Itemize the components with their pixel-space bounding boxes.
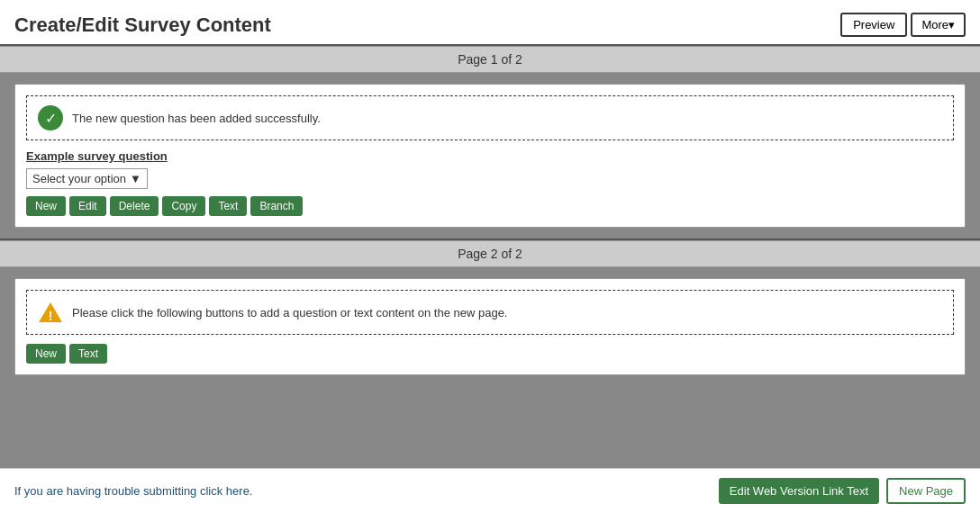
branch-button[interactable]: Branch <box>250 196 303 216</box>
new-button-p1[interactable]: New <box>26 196 66 216</box>
success-alert: ✓ The new question has been added succes… <box>26 95 954 140</box>
trouble-link[interactable]: If you are having trouble submitting cli… <box>14 484 252 498</box>
warning-message: Please click the following buttons to ad… <box>72 306 507 320</box>
select-arrow: ▼ <box>130 172 141 185</box>
page2-section: Page 2 of 2 ! Please click the following… <box>0 240 980 375</box>
select-dropdown[interactable]: Select your option ▼ <box>26 168 148 189</box>
success-icon: ✓ <box>38 105 63 130</box>
select-placeholder: Select your option <box>32 172 126 185</box>
page1-label: Page 1 of 2 <box>0 46 980 73</box>
more-button[interactable]: More▾ <box>911 13 966 37</box>
footer-right-actions: Edit Web Version Link Text New Page <box>719 478 966 504</box>
text-button-p2[interactable]: Text <box>69 344 107 364</box>
question-container: ✓ The new question has been added succes… <box>14 84 966 228</box>
page2-action-buttons: New Text <box>26 344 954 364</box>
new-page-button[interactable]: New Page <box>886 478 966 504</box>
page1-section: Page 1 of 2 ✓ The new question has been … <box>0 46 980 228</box>
svg-text:!: ! <box>49 309 53 323</box>
page-title: Create/Edit Survey Content <box>14 14 271 37</box>
warning-alert: ! Please click the following buttons to … <box>26 290 954 335</box>
question-select: Select your option ▼ <box>26 168 954 189</box>
new-button-p2[interactable]: New <box>26 344 66 364</box>
header-actions: Preview More▾ <box>840 13 966 37</box>
edit-web-button[interactable]: Edit Web Version Link Text <box>719 478 879 504</box>
warning-container: ! Please click the following buttons to … <box>14 278 966 375</box>
page2-label: Page 2 of 2 <box>0 240 980 267</box>
copy-button[interactable]: Copy <box>162 196 205 216</box>
question-action-buttons: New Edit Delete Copy Text Branch <box>26 196 954 216</box>
delete-button[interactable]: Delete <box>110 196 159 216</box>
edit-button[interactable]: Edit <box>69 196 106 216</box>
footer-bar: If you are having trouble submitting cli… <box>0 468 980 513</box>
success-message: The new question has been added successf… <box>72 112 321 125</box>
warning-icon: ! <box>38 300 63 325</box>
question-label: Example survey question <box>26 149 954 163</box>
text-button-p1[interactable]: Text <box>209 196 247 216</box>
preview-button[interactable]: Preview <box>840 13 907 37</box>
